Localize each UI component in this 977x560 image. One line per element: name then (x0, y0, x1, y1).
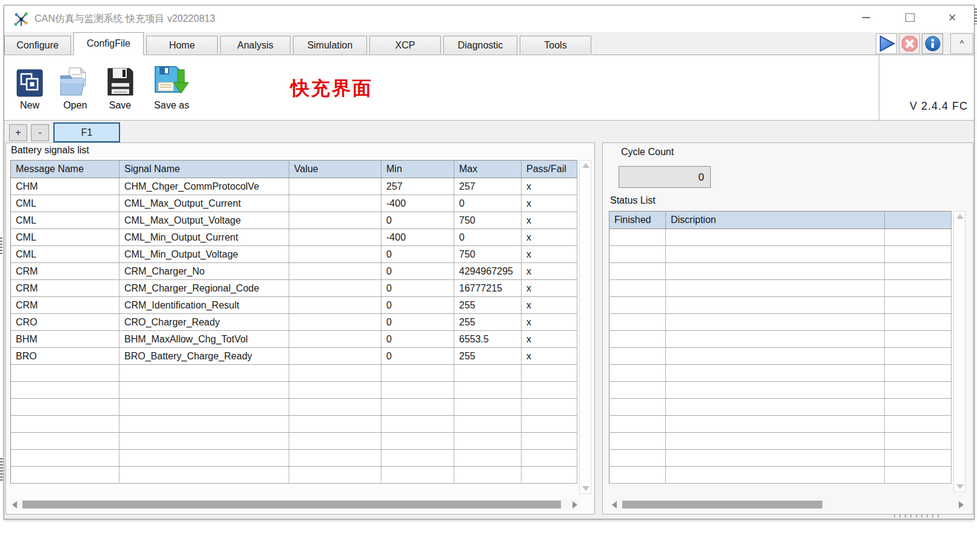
tab-tools[interactable]: Tools (520, 36, 591, 54)
cell-min[interactable]: -400 (381, 229, 454, 246)
cell-passfail[interactable]: x (522, 263, 577, 280)
cell-passfail[interactable]: x (522, 195, 577, 212)
col-header-extra[interactable] (885, 212, 952, 229)
cell-min[interactable]: -400 (381, 195, 454, 212)
table-row[interactable]: CMLCML_Min_Output_Voltage0750x (11, 246, 577, 263)
cell-message[interactable]: CML (11, 246, 119, 263)
cell-signal[interactable]: CML_Max_Output_Voltage (119, 212, 289, 229)
cell-min[interactable]: 0 (381, 280, 454, 297)
tab-xcp[interactable]: XCP (369, 36, 441, 54)
sheet-tab-f1[interactable]: F1 (53, 122, 120, 142)
scroll-right-icon[interactable] (959, 501, 964, 508)
scroll-up-icon[interactable] (582, 163, 589, 168)
scroll-down-icon[interactable] (956, 484, 964, 489)
tab-diagnostic[interactable]: Diagnostic (443, 36, 517, 54)
cell-max[interactable]: 255 (454, 314, 522, 331)
saveas-button[interactable]: Save as (149, 62, 195, 111)
table-row[interactable]: CROCRO_Charger_Ready0255x (11, 314, 577, 331)
cell-max[interactable]: 16777215 (454, 280, 522, 297)
tab-home[interactable]: Home (146, 36, 218, 54)
col-header-passfail[interactable]: Pass/Fail (522, 161, 577, 178)
col-header-finished[interactable]: Finished (609, 212, 666, 229)
table-row[interactable]: CRMCRM_Charger_Regional_Code016777215x (11, 280, 577, 297)
scroll-up-icon[interactable] (956, 214, 964, 219)
cell-max[interactable]: 257 (454, 178, 522, 195)
cell-passfail[interactable]: x (522, 212, 577, 229)
cell-signal[interactable]: BRO_Battery_Charge_Ready (119, 348, 289, 365)
tab-analysis[interactable]: Analysis (220, 36, 290, 54)
cell-value[interactable] (289, 314, 381, 331)
cell-value[interactable] (289, 246, 381, 263)
cell-signal[interactable]: CML_Min_Output_Current (119, 229, 289, 246)
cell-message[interactable]: CML (11, 212, 119, 229)
tab-simulation[interactable]: Simulation (293, 36, 367, 54)
cell-signal[interactable]: CRM_Charger_No (119, 263, 289, 280)
table-row[interactable]: CMLCML_Max_Output_Voltage0750x (11, 212, 577, 229)
close-button[interactable]: ✕ (938, 5, 966, 30)
cell-max[interactable]: 255 (454, 297, 522, 314)
status-vertical-scrollbar[interactable] (953, 211, 965, 492)
cell-message[interactable]: CRM (11, 263, 119, 280)
cell-min[interactable]: 0 (381, 212, 454, 229)
cell-passfail[interactable]: x (522, 297, 577, 314)
minimize-button[interactable] (852, 5, 880, 30)
cell-min[interactable]: 0 (381, 331, 454, 348)
cell-value[interactable] (289, 348, 381, 365)
cell-signal[interactable]: CML_Min_Output_Voltage (119, 246, 289, 263)
cell-max[interactable]: 750 (454, 246, 522, 263)
tab-configure[interactable]: Configure (4, 36, 71, 54)
cell-value[interactable] (289, 195, 381, 212)
battery-horizontal-scrollbar[interactable] (10, 499, 579, 510)
cell-min[interactable]: 257 (381, 178, 454, 195)
table-row[interactable]: BHMBHM_MaxAllow_Chg_TotVol06553.5x (11, 331, 577, 348)
cell-min[interactable]: 0 (381, 297, 454, 314)
scroll-right-icon[interactable] (572, 501, 577, 508)
stop-button[interactable] (899, 33, 920, 54)
cell-message[interactable]: CRM (11, 280, 119, 297)
cell-passfail[interactable]: x (522, 331, 577, 348)
cell-passfail[interactable]: x (522, 178, 577, 195)
table-row[interactable]: CRMCRM_Identification_Result0255x (11, 297, 577, 314)
cell-passfail[interactable]: x (522, 280, 577, 297)
cell-message[interactable]: BRO (11, 348, 119, 365)
col-header-max[interactable]: Max (454, 161, 522, 178)
collapse-ribbon-button[interactable]: ^ (950, 33, 973, 54)
table-row[interactable]: CRMCRM_Charger_No04294967295x (11, 263, 577, 280)
col-header-value[interactable]: Value (289, 161, 381, 178)
scroll-down-icon[interactable] (582, 486, 589, 491)
cell-value[interactable] (289, 297, 381, 314)
scroll-left-icon[interactable] (612, 501, 617, 508)
cell-signal[interactable]: BHM_MaxAllow_Chg_TotVol (119, 331, 289, 348)
maximize-button[interactable] (896, 5, 924, 30)
cell-passfail[interactable]: x (522, 348, 577, 365)
cell-value[interactable] (289, 212, 381, 229)
cell-min[interactable]: 0 (381, 263, 454, 280)
cell-max[interactable]: 4294967295 (454, 263, 522, 280)
col-header-discription[interactable]: Discription (666, 212, 885, 229)
info-button[interactable] (922, 33, 943, 54)
col-header-signal-name[interactable]: Signal Name (119, 161, 289, 178)
cell-max[interactable]: 6553.5 (454, 331, 522, 348)
cell-signal[interactable]: CML_Max_Output_Current (119, 195, 289, 212)
scrollbar-thumb[interactable] (622, 501, 822, 508)
cell-value[interactable] (289, 178, 381, 195)
cell-signal[interactable]: CHM_Chger_CommProtocolVe (119, 178, 289, 195)
cell-signal[interactable]: CRO_Charger_Ready (119, 314, 289, 331)
cell-min[interactable]: 0 (381, 314, 454, 331)
resize-grip[interactable] (894, 515, 940, 518)
cell-max[interactable]: 255 (454, 348, 522, 365)
table-row[interactable]: CHMCHM_Chger_CommProtocolVe257257x (11, 178, 577, 195)
table-row[interactable]: CMLCML_Min_Output_Current-4000x (11, 229, 577, 246)
cell-value[interactable] (289, 229, 381, 246)
cell-message[interactable]: CML (11, 195, 119, 212)
open-button[interactable]: Open (56, 62, 94, 111)
cell-message[interactable]: CRO (11, 314, 119, 331)
save-button[interactable]: Save (102, 62, 138, 111)
scrollbar-thumb[interactable] (22, 501, 561, 508)
add-sheet-button[interactable]: + (9, 124, 27, 141)
remove-sheet-button[interactable]: - (31, 124, 49, 141)
cell-passfail[interactable]: x (522, 229, 577, 246)
scroll-left-icon[interactable] (12, 501, 17, 508)
cell-value[interactable] (289, 263, 381, 280)
cell-max[interactable]: 0 (454, 229, 522, 246)
